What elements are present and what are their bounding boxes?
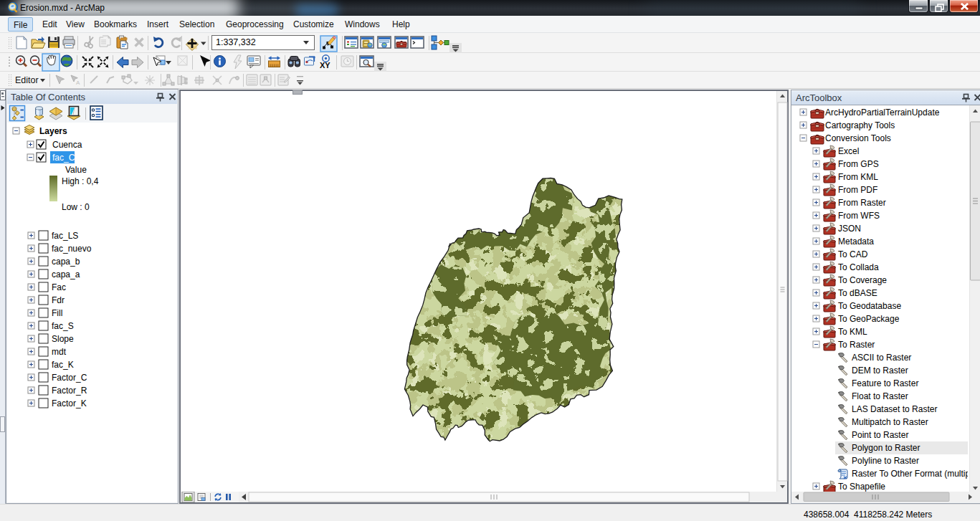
svg-text:Value: Value bbox=[65, 165, 87, 175]
svg-text:LAS Dataset to Raster: LAS Dataset to Raster bbox=[852, 404, 937, 414]
svg-text:Point to Raster: Point to Raster bbox=[852, 430, 908, 440]
svg-text:mdt: mdt bbox=[52, 347, 67, 357]
svg-text:DEM to Raster: DEM to Raster bbox=[852, 365, 908, 376]
svg-text:Raster To Other Format (multip: Raster To Other Format (multipl bbox=[852, 469, 968, 479]
svg-text:Factor_R: Factor_R bbox=[52, 386, 87, 396]
svg-text:From WFS: From WFS bbox=[838, 211, 880, 221]
svg-text:ArcHydroPartialTerrainUpdate: ArcHydroPartialTerrainUpdate bbox=[825, 107, 940, 118]
svg-text:To CAD: To CAD bbox=[838, 249, 868, 259]
svg-text:Polygon to Raster: Polygon to Raster bbox=[852, 443, 920, 453]
svg-text:To dBASE: To dBASE bbox=[838, 288, 877, 298]
svg-text:fac_LS: fac_LS bbox=[52, 231, 78, 241]
svg-text:From GPS: From GPS bbox=[838, 159, 879, 169]
svg-text:capa_a: capa_a bbox=[52, 269, 80, 279]
svg-text:To Coverage: To Coverage bbox=[838, 275, 887, 285]
svg-text:Polyline to Raster: Polyline to Raster bbox=[852, 456, 919, 466]
svg-text:To Geodatabase: To Geodatabase bbox=[838, 301, 901, 311]
svg-text:To Shapefile: To Shapefile bbox=[838, 482, 885, 492]
svg-text:From Raster: From Raster bbox=[838, 198, 886, 208]
svg-text:fac_nuevo: fac_nuevo bbox=[52, 244, 92, 254]
svg-text:Low : 0: Low : 0 bbox=[62, 202, 90, 212]
svg-text:Slope: Slope bbox=[52, 334, 74, 344]
svg-text:fac_S: fac_S bbox=[52, 321, 74, 331]
svg-text:JSON: JSON bbox=[838, 224, 861, 234]
svg-text:From PDF: From PDF bbox=[838, 185, 877, 195]
svg-text:Factor_K: Factor_K bbox=[52, 398, 87, 408]
svg-text:fac_C: fac_C bbox=[52, 153, 75, 163]
svg-text:Float to Raster: Float to Raster bbox=[852, 391, 908, 401]
svg-text:XY: XY bbox=[320, 61, 330, 70]
svg-text:Feature to Raster: Feature to Raster bbox=[852, 378, 918, 388]
svg-text:ASCII to Raster: ASCII to Raster bbox=[852, 353, 911, 363]
svg-text:Fill: Fill bbox=[52, 308, 62, 318]
svg-text:Excel: Excel bbox=[838, 146, 859, 156]
svg-text:Multipatch to Raster: Multipatch to Raster bbox=[852, 417, 928, 427]
svg-text:Factor_C: Factor_C bbox=[52, 373, 87, 383]
svg-text:From KML: From KML bbox=[838, 172, 878, 182]
svg-text:Metadata: Metadata bbox=[838, 236, 874, 247]
svg-text:Fac: Fac bbox=[52, 282, 66, 292]
svg-text:Editor: Editor bbox=[15, 75, 39, 85]
svg-text:To GeoPackage: To GeoPackage bbox=[838, 314, 900, 324]
svg-text:capa_b: capa_b bbox=[52, 257, 80, 267]
svg-text:Fdr: Fdr bbox=[52, 295, 65, 305]
svg-text:To Collada: To Collada bbox=[838, 262, 879, 272]
svg-text:Cartography Tools: Cartography Tools bbox=[825, 120, 895, 130]
svg-text:To KML: To KML bbox=[838, 327, 867, 337]
svg-text:Conversion Tools: Conversion Tools bbox=[825, 133, 891, 143]
svg-text:High : 0,4: High : 0,4 bbox=[62, 176, 99, 186]
svg-text:A: A bbox=[76, 80, 80, 86]
svg-text:Layers: Layers bbox=[39, 126, 67, 136]
svg-text:Cuenca: Cuenca bbox=[52, 140, 82, 150]
svg-text:fac_K: fac_K bbox=[52, 360, 74, 370]
svg-text:To Raster: To Raster bbox=[838, 340, 875, 350]
